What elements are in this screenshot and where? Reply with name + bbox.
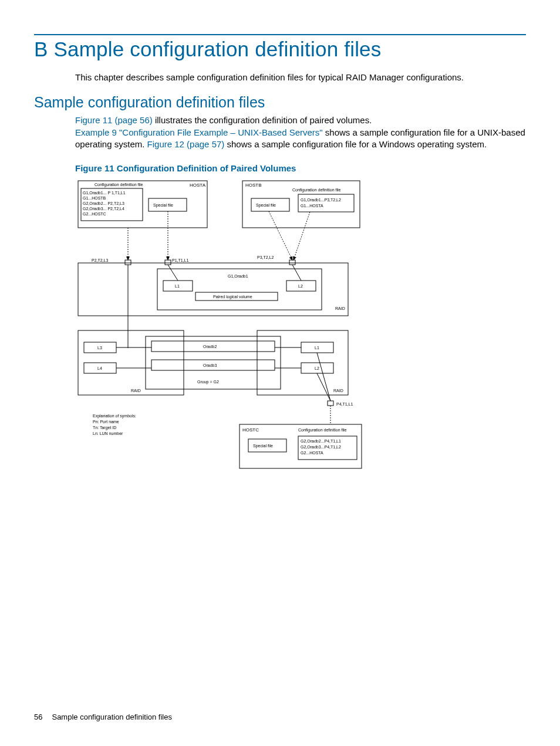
svg-line-19 [168, 265, 178, 281]
special-file-label: Special file [256, 203, 276, 208]
config-line: G2,Oradb3... P2,T2,L4 [83, 207, 124, 211]
section-heading: Sample configuration definition files [34, 94, 526, 111]
raid-label: RAID [333, 389, 343, 393]
config-label: Configuration definition file [292, 188, 341, 193]
config-line: G1,Oradb1...P3,T2,L2 [301, 198, 341, 202]
row-label: Oradb3 [203, 363, 217, 367]
svg-rect-12 [165, 260, 171, 265]
port-label: P2,T2,L3 [92, 258, 109, 262]
config-label: Configuration definition file [95, 183, 143, 187]
text: shows a sample configuration file for a … [224, 139, 487, 149]
pair-label: Paired logical volume [213, 295, 252, 299]
svg-rect-13 [289, 260, 295, 265]
text: illustrates the configuration definition… [153, 115, 372, 125]
page-footer: 56Sample configuration definition files [34, 713, 172, 721]
row-label: Oradb2 [203, 345, 217, 349]
link-figure-11[interactable]: Figure 11 (page 56) [75, 115, 153, 125]
raid-label: RAID [335, 306, 345, 310]
svg-line-10 [294, 212, 310, 260]
lun-label: L4 [97, 366, 102, 370]
lun-label: L1 [175, 284, 180, 288]
footer-title: Sample configuration definition files [52, 713, 172, 721]
config-line: G2,Oradb2... P2,T2,L3 [83, 201, 124, 205]
config-label: Configuration definition file [298, 428, 347, 433]
config-line: G1...HOSTA [301, 204, 323, 208]
figure-diagram: HOSTA Configuration definition file G1,O… [75, 178, 526, 483]
special-file-label: Special file [153, 203, 173, 208]
page-title: B Sample configuration definition files [34, 38, 526, 61]
config-line: G1...HOSTB [83, 196, 106, 200]
port-label: P1,T1,L1 [172, 258, 189, 262]
svg-rect-35 [328, 401, 333, 406]
host-label: HOSTA [190, 183, 206, 188]
legend-line: Ln: LUN number [93, 431, 123, 436]
svg-line-20 [292, 265, 301, 281]
config-line: G1,Oradb1... P 1,T1,L1 [83, 191, 126, 195]
lun-label: L2 [298, 284, 303, 288]
legend-line: Tn: Target ID [93, 426, 116, 430]
port-label: P4,T1,L1 [336, 402, 353, 406]
config-line: G2...HOSTA [301, 451, 323, 455]
port-label: P3,T2,L2 [257, 255, 274, 259]
svg-rect-14 [78, 263, 348, 316]
special-file-label: Special file [253, 444, 273, 448]
config-line: G2...HOSTC [83, 212, 106, 216]
top-rule [34, 34, 526, 35]
lun-label: L3 [97, 346, 102, 350]
figure-caption: Figure 11 Configuration Definition of Pa… [75, 163, 526, 173]
lun-label: L1 [315, 346, 319, 350]
config-line: G2,Oradb3...P4,T1,L2 [301, 445, 341, 449]
group-g2-label: Group = G2 [197, 380, 219, 384]
svg-text:HOSTC: HOSTC [242, 427, 259, 433]
legend-line: Pn: Port name [93, 420, 119, 424]
body-paragraph: Figure 11 (page 56) illustrates the conf… [75, 114, 526, 150]
svg-text:HOSTB: HOSTB [245, 183, 262, 188]
svg-rect-11 [125, 260, 131, 265]
config-line: G2,Oradb2...P4,T1,L1 [301, 439, 341, 443]
raid-label: RAID [131, 389, 141, 393]
link-figure-12[interactable]: Figure 12 (page 57) [147, 139, 225, 149]
svg-rect-5 [298, 194, 354, 212]
lun-label: L2 [315, 366, 319, 370]
svg-line-9 [269, 211, 292, 260]
legend-title: Explanation of symbols: [93, 414, 136, 418]
link-example-9[interactable]: Example 9 "Configuration File Example – … [75, 127, 323, 137]
intro-paragraph: This chapter describes sample configurat… [75, 72, 526, 83]
page-number: 56 [34, 713, 42, 721]
group-label: G1,Oradb1 [228, 274, 248, 278]
